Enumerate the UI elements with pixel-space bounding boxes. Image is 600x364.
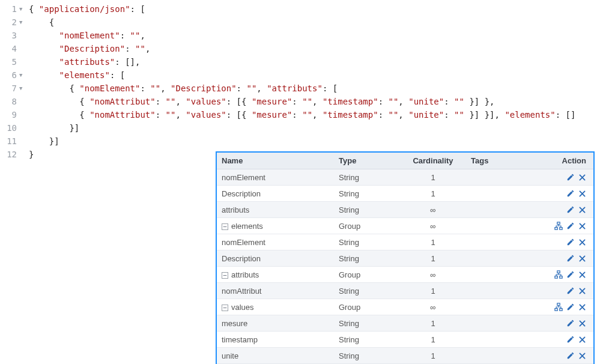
- collapse-icon[interactable]: −: [222, 305, 228, 311]
- field-name: timestamp: [222, 335, 258, 344]
- code-content[interactable]: }]: [26, 121, 79, 135]
- delete-icon[interactable]: [578, 351, 586, 360]
- cell-actions: [532, 267, 593, 283]
- code-content[interactable]: "nomElement": "",: [26, 29, 145, 42]
- field-name: nomElement: [222, 173, 265, 182]
- code-content[interactable]: { "application/json": [: [26, 2, 145, 16]
- edit-icon[interactable]: [566, 319, 575, 328]
- code-line[interactable]: 7▼ { "nomElement": "", "Description": ""…: [0, 82, 600, 95]
- cell-type: String: [334, 348, 400, 364]
- delete-icon[interactable]: [578, 254, 586, 263]
- cell-tags: [466, 332, 532, 348]
- table-row: DescriptionString1: [217, 186, 593, 202]
- delete-icon[interactable]: [578, 173, 586, 182]
- table-row: −elementsGroup∞: [217, 218, 593, 234]
- code-content[interactable]: {: [26, 16, 54, 29]
- code-line[interactable]: 6▼ "elements": [: [0, 68, 600, 82]
- field-name: nomAttribut: [222, 287, 261, 296]
- code-line[interactable]: 5 "attributs": [],: [0, 55, 600, 68]
- tree-icon[interactable]: [554, 303, 563, 312]
- cell-name: mesure: [217, 315, 334, 332]
- edit-icon[interactable]: [566, 222, 575, 231]
- code-line[interactable]: 8 { "nomAttribut": "", "values": [{ "mes…: [0, 95, 600, 108]
- cell-actions: [532, 169, 593, 186]
- cell-name: nomAttribut: [217, 283, 334, 299]
- line-number: 12: [0, 148, 19, 161]
- cell-type: String: [334, 332, 400, 348]
- edit-icon[interactable]: [566, 205, 575, 214]
- edit-icon[interactable]: [566, 189, 575, 198]
- cell-name: nomElement: [217, 234, 334, 250]
- code-line[interactable]: 10 }]: [0, 121, 600, 135]
- edit-icon[interactable]: [566, 335, 575, 344]
- collapse-icon[interactable]: −: [222, 223, 228, 230]
- edit-icon[interactable]: [566, 254, 575, 263]
- fold-toggle-icon: [19, 29, 26, 42]
- cell-name: −elements: [217, 218, 334, 234]
- delete-icon[interactable]: [578, 335, 586, 344]
- cell-actions: [532, 332, 593, 348]
- field-name: unite: [222, 351, 238, 360]
- delete-icon[interactable]: [578, 238, 586, 247]
- edit-icon[interactable]: [566, 173, 575, 182]
- table-row: nomElementString1: [217, 169, 593, 186]
- code-content[interactable]: "Description": "",: [26, 42, 150, 55]
- collapse-icon[interactable]: −: [222, 272, 228, 279]
- code-content[interactable]: { "nomElement": "", "Description": "", "…: [26, 82, 338, 95]
- delete-icon[interactable]: [578, 205, 586, 214]
- cell-actions: [532, 250, 593, 267]
- edit-icon[interactable]: [566, 303, 575, 312]
- code-line[interactable]: 11 }]: [0, 135, 600, 148]
- edit-icon[interactable]: [566, 287, 575, 296]
- cell-tags: [466, 315, 532, 332]
- cell-tags: [466, 250, 532, 267]
- table-row: −valuesGroup∞: [217, 299, 593, 315]
- svg-rect-2: [560, 227, 562, 229]
- code-line[interactable]: 3 "nomElement": "",: [0, 29, 600, 42]
- field-name: mesure: [222, 319, 247, 328]
- line-number: 5: [0, 55, 19, 68]
- edit-icon[interactable]: [566, 238, 575, 247]
- code-content[interactable]: { "nomAttribut": "", "values": [{ "mesur…: [26, 108, 575, 121]
- svg-rect-5: [560, 276, 562, 278]
- fold-toggle-icon[interactable]: ▼: [19, 2, 26, 16]
- delete-icon[interactable]: [578, 222, 586, 231]
- fold-toggle-icon[interactable]: ▼: [19, 82, 26, 95]
- code-line[interactable]: 1▼{ "application/json": [: [0, 2, 600, 16]
- cell-actions: [532, 218, 593, 234]
- edit-icon[interactable]: [566, 270, 575, 279]
- fold-toggle-icon[interactable]: ▼: [19, 68, 26, 82]
- cell-tags: [466, 218, 532, 234]
- delete-icon[interactable]: [578, 287, 586, 296]
- code-line[interactable]: 9 { "nomAttribut": "", "values": [{ "mes…: [0, 108, 600, 121]
- tree-icon[interactable]: [554, 222, 563, 231]
- table-row: DescriptionString1: [217, 250, 593, 267]
- line-number: 10: [0, 121, 19, 135]
- edit-icon[interactable]: [566, 351, 575, 360]
- tree-icon[interactable]: [554, 270, 563, 279]
- code-editor[interactable]: 1▼{ "application/json": [2▼ {3 "nomEleme…: [0, 0, 600, 161]
- line-number: 6: [0, 68, 19, 82]
- fold-toggle-icon[interactable]: ▼: [19, 16, 26, 29]
- code-content[interactable]: }: [26, 148, 34, 161]
- code-content[interactable]: }]: [26, 135, 59, 148]
- fold-toggle-icon: [19, 135, 26, 148]
- cell-tags: [466, 169, 532, 186]
- fold-toggle-icon: [19, 55, 26, 68]
- code-content[interactable]: "elements": [: [26, 68, 125, 82]
- cell-cardinality: 1: [400, 332, 466, 348]
- code-line[interactable]: 4 "Description": "",: [0, 42, 600, 55]
- delete-icon[interactable]: [578, 319, 586, 328]
- cell-actions: [532, 234, 593, 250]
- cell-type: String: [334, 283, 400, 299]
- delete-icon[interactable]: [578, 270, 586, 279]
- code-content[interactable]: "attributs": [],: [26, 55, 140, 68]
- code-content[interactable]: { "nomAttribut": "", "values": [{ "mesur…: [26, 95, 495, 108]
- cell-name: nomElement: [217, 169, 334, 186]
- delete-icon[interactable]: [578, 189, 586, 198]
- svg-rect-3: [557, 270, 560, 273]
- cell-name: timestamp: [217, 332, 334, 348]
- delete-icon[interactable]: [578, 303, 586, 312]
- svg-rect-8: [560, 308, 562, 311]
- code-line[interactable]: 2▼ {: [0, 16, 600, 29]
